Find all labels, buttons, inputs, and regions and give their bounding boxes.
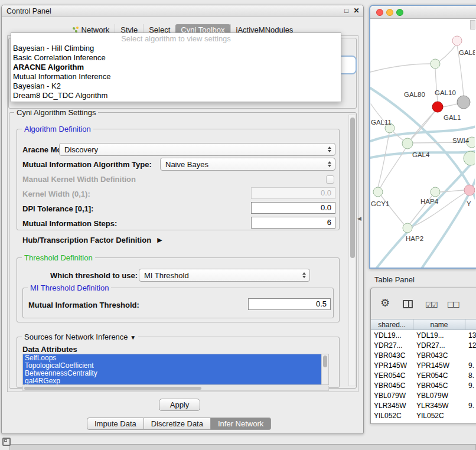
column-header-extra[interactable] bbox=[465, 319, 476, 330]
network-node[interactable] bbox=[452, 36, 462, 45]
network-node[interactable] bbox=[402, 138, 413, 149]
scrollbar-thumb[interactable] bbox=[24, 387, 201, 390]
network-node[interactable] bbox=[373, 187, 383, 197]
table-cell[interactable]: YIL052C bbox=[413, 412, 465, 420]
algorithm-option[interactable]: Bayesian - K2 bbox=[11, 81, 341, 91]
tab-impute-data[interactable]: Impute Data bbox=[87, 418, 144, 430]
tab-infer-network[interactable]: Infer Network bbox=[211, 418, 271, 430]
sources-toggle[interactable]: Sources for Network Inference ▼ bbox=[22, 332, 138, 341]
status-bar bbox=[9, 444, 476, 450]
table-cell[interactable]: YLR345W bbox=[413, 402, 465, 410]
aracne-mode-select[interactable]: Discovery bbox=[59, 143, 335, 156]
attribute-list-vscrollbar[interactable] bbox=[321, 354, 328, 384]
deselect-all-icon[interactable]: ☐☐ bbox=[447, 301, 458, 309]
table-cell[interactable]: YBL079W bbox=[413, 392, 465, 400]
table-cell[interactable]: 9. bbox=[465, 381, 476, 390]
table-cell[interactable]: YDL19... bbox=[371, 331, 413, 340]
table-cell[interactable]: YIL052C bbox=[371, 412, 413, 420]
close-traffic-light[interactable] bbox=[376, 9, 383, 16]
collapse-panel-icon[interactable]: ◀ bbox=[357, 216, 361, 221]
network-edge[interactable] bbox=[435, 69, 438, 102]
network-node[interactable] bbox=[464, 151, 475, 165]
columns-icon[interactable] bbox=[403, 300, 413, 308]
restore-panel-icon[interactable] bbox=[2, 438, 11, 446]
table-cell[interactable]: YDL19... bbox=[413, 331, 465, 340]
settings-scrollbar[interactable] bbox=[348, 115, 356, 386]
table-row[interactable]: YLR345WYLR345W9. bbox=[371, 400, 476, 410]
table-row[interactable]: YBL079WYBL079W bbox=[371, 390, 476, 400]
table-row[interactable]: YDR27...YDR27...12 bbox=[371, 340, 476, 350]
network-node[interactable] bbox=[432, 102, 443, 112]
attribute-list-hscrollbar[interactable] bbox=[22, 386, 329, 391]
network-canvas[interactable]: GAL8GAL80GAL10GAL11GAL1SWI4GAL4GCY1HAP4Y… bbox=[370, 19, 475, 268]
network-edge[interactable] bbox=[370, 64, 431, 72]
table-cell[interactable]: 8. bbox=[465, 371, 476, 380]
table-cell[interactable]: 9. bbox=[465, 361, 476, 370]
table-cell[interactable]: YBR045C bbox=[371, 381, 413, 390]
network-node[interactable] bbox=[431, 187, 440, 197]
algorithm-option-selected[interactable]: ARACNE Algorithm bbox=[11, 63, 341, 72]
network-window-titlebar[interactable] bbox=[370, 6, 476, 19]
tab-discretize-data[interactable]: Discretize Data bbox=[144, 418, 211, 430]
minimize-traffic-light[interactable] bbox=[386, 9, 393, 16]
table-cell[interactable]: 12 bbox=[465, 341, 476, 350]
attribute-item[interactable]: SelfLoops bbox=[23, 354, 321, 362]
algorithm-option[interactable]: Dream8 DC_TDC Algorithm bbox=[11, 91, 341, 100]
network-node[interactable] bbox=[457, 96, 470, 109]
zoom-traffic-light[interactable] bbox=[396, 9, 403, 16]
network-edge[interactable] bbox=[439, 45, 455, 61]
network-edge[interactable] bbox=[441, 190, 464, 192]
network-node[interactable] bbox=[431, 59, 440, 69]
table-cell[interactable]: YLR345W bbox=[371, 402, 413, 410]
control-panel-titlebar[interactable]: Control Panel □ ✕ bbox=[2, 5, 363, 17]
attribute-item[interactable]: gal4RGexp bbox=[23, 377, 321, 385]
table-row[interactable]: YBR045CYBR045C9. bbox=[371, 380, 476, 390]
attribute-item[interactable]: TopologicalCoefficient bbox=[23, 362, 321, 370]
table-cell[interactable]: YPR145W bbox=[371, 361, 413, 370]
table-cell[interactable]: YDR27... bbox=[371, 341, 413, 350]
node-label: SWI4 bbox=[452, 137, 470, 144]
select-all-icon[interactable]: ☑☑ bbox=[425, 301, 436, 309]
network-node[interactable] bbox=[464, 185, 475, 195]
column-header-name[interactable]: name bbox=[413, 319, 465, 330]
threshold-type-select[interactable]: MI Threshold bbox=[139, 269, 310, 282]
node-label: HAP4 bbox=[420, 198, 439, 205]
mi-threshold-input[interactable]: 0.5 bbox=[248, 298, 331, 310]
table-cell[interactable]: YER054C bbox=[371, 371, 413, 380]
hub-definition-toggle[interactable]: Hub/Transcription Factor Definition ▶ bbox=[22, 236, 162, 244]
dpi-tolerance-input[interactable]: 0.0 bbox=[251, 202, 335, 214]
algorithm-option[interactable]: Mutual Information Inference bbox=[11, 72, 341, 81]
table-row[interactable]: YBR043CYBR043C bbox=[371, 350, 476, 360]
scrollbar-thumb[interactable] bbox=[350, 118, 355, 258]
network-edge[interactable] bbox=[443, 104, 457, 107]
table-cell[interactable]: YBR043C bbox=[371, 351, 413, 360]
table-cell[interactable]: YPR145W bbox=[413, 361, 465, 370]
mi-steps-input[interactable]: 6 bbox=[251, 217, 335, 229]
table-cell[interactable]: 13 bbox=[465, 331, 476, 340]
network-edge[interactable] bbox=[376, 158, 475, 268]
table-cell[interactable]: YBR045C bbox=[413, 381, 465, 390]
column-header-shared-name[interactable]: shared... bbox=[371, 319, 413, 330]
algorithm-option[interactable]: Bayesian - Hill Climbing bbox=[11, 44, 341, 53]
scrollbar-thumb[interactable] bbox=[323, 356, 327, 367]
table-cell[interactable]: 9. bbox=[465, 402, 476, 410]
gear-icon[interactable]: ⚙ bbox=[380, 296, 390, 309]
algorithm-option[interactable]: Basic Correlation Inference bbox=[11, 53, 341, 63]
table-cell[interactable]: YER054C bbox=[413, 371, 465, 380]
attribute-item[interactable]: BetweennessCentrality bbox=[23, 370, 321, 377]
manual-kernel-width-checkbox[interactable] bbox=[326, 175, 334, 184]
table-cell[interactable]: YBL079W bbox=[371, 392, 413, 400]
mi-algorithm-type-select[interactable]: Naive Bayes bbox=[160, 158, 335, 171]
table-row[interactable]: YER054CYER054C8. bbox=[371, 370, 476, 380]
table-cell[interactable]: YBR043C bbox=[413, 351, 465, 360]
sources-title: Sources for Network Inference bbox=[24, 332, 128, 341]
network-node[interactable] bbox=[403, 223, 412, 233]
table-cell[interactable]: YDR27... bbox=[413, 341, 465, 350]
table-row[interactable]: YPR145WYPR145W9. bbox=[371, 360, 476, 370]
table-row[interactable]: YDL19...YDL19...13 bbox=[371, 330, 476, 340]
float-window-icon[interactable]: □ bbox=[342, 7, 351, 14]
network-edge[interactable] bbox=[378, 133, 389, 187]
apply-button[interactable]: Apply bbox=[159, 399, 200, 411]
close-icon[interactable]: ✕ bbox=[352, 6, 361, 15]
table-row[interactable]: YIL052CYIL052C bbox=[371, 410, 476, 420]
